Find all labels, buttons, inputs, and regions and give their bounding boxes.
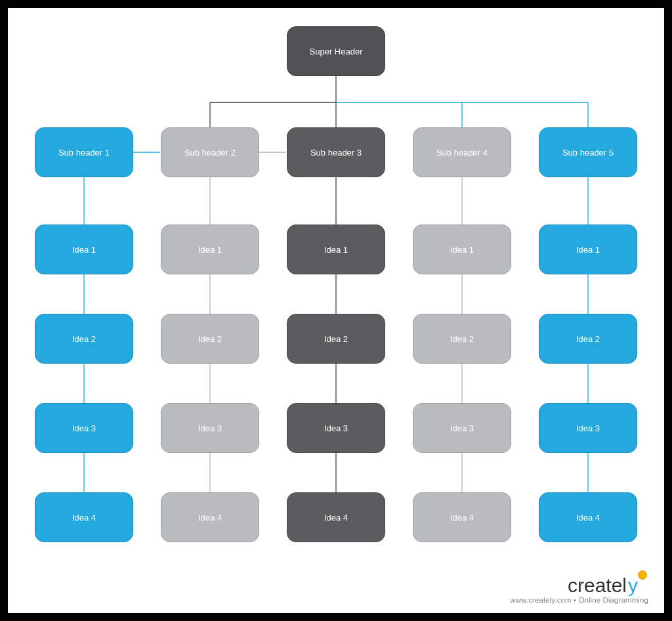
row-idea-1: Idea 1 Idea 1 Idea 1 Idea 1 Idea 1 xyxy=(35,225,637,274)
diagram-stack: Super Header Sub header 1 Sub header 2 S… xyxy=(8,8,664,542)
idea-c2-r2[interactable]: Idea 2 xyxy=(161,314,259,364)
sub-header-2[interactable]: Sub header 2 xyxy=(161,127,259,177)
idea-c1-r3[interactable]: Idea 3 xyxy=(35,403,133,453)
row-sub-headers: Sub header 1 Sub header 2 Sub header 3 S… xyxy=(35,127,637,177)
row-idea-4: Idea 4 Idea 4 Idea 4 Idea 4 Idea 4 xyxy=(35,492,637,542)
idea-c3-r1[interactable]: Idea 1 xyxy=(287,225,385,274)
lightbulb-icon xyxy=(638,570,647,580)
idea-c2-r1[interactable]: Idea 1 xyxy=(161,225,259,274)
branding-tagline: www.creately.com • Online Diagramming xyxy=(510,597,648,605)
idea-c3-r2[interactable]: Idea 2 xyxy=(287,314,385,364)
idea-c3-r3[interactable]: Idea 3 xyxy=(287,403,385,453)
sub-header-4[interactable]: Sub header 4 xyxy=(413,127,511,177)
logo-text-part1: createl xyxy=(568,576,627,595)
row-super-header: Super Header xyxy=(287,26,385,76)
super-header-card[interactable]: Super Header xyxy=(287,26,385,76)
idea-c2-r3[interactable]: Idea 3 xyxy=(161,403,259,453)
idea-c2-r4[interactable]: Idea 4 xyxy=(161,492,259,542)
idea-c4-r3[interactable]: Idea 3 xyxy=(413,403,511,453)
creately-logo: creately xyxy=(510,576,648,595)
idea-c4-r2[interactable]: Idea 2 xyxy=(413,314,511,364)
idea-c1-r1[interactable]: Idea 1 xyxy=(35,225,133,274)
idea-c5-r2[interactable]: Idea 2 xyxy=(539,314,637,364)
sub-header-3[interactable]: Sub header 3 xyxy=(287,127,385,177)
sub-header-1[interactable]: Sub header 1 xyxy=(35,127,133,177)
row-idea-3: Idea 3 Idea 3 Idea 3 Idea 3 Idea 3 xyxy=(35,403,637,453)
idea-c1-r4[interactable]: Idea 4 xyxy=(35,492,133,542)
diagram-page: Super Header Sub header 1 Sub header 2 S… xyxy=(0,0,672,621)
sub-header-5[interactable]: Sub header 5 xyxy=(539,127,637,177)
logo-text-y: y xyxy=(628,576,638,595)
row-idea-2: Idea 2 Idea 2 Idea 2 Idea 2 Idea 2 xyxy=(35,314,637,364)
idea-c4-r4[interactable]: Idea 4 xyxy=(413,492,511,542)
idea-c5-r3[interactable]: Idea 3 xyxy=(539,403,637,453)
branding-footer: creately www.creately.com • Online Diagr… xyxy=(510,576,648,605)
idea-c4-r1[interactable]: Idea 1 xyxy=(413,225,511,274)
idea-c3-r4[interactable]: Idea 4 xyxy=(287,492,385,542)
idea-c1-r2[interactable]: Idea 2 xyxy=(35,314,133,364)
idea-c5-r1[interactable]: Idea 1 xyxy=(539,225,637,274)
idea-c5-r4[interactable]: Idea 4 xyxy=(539,492,637,542)
